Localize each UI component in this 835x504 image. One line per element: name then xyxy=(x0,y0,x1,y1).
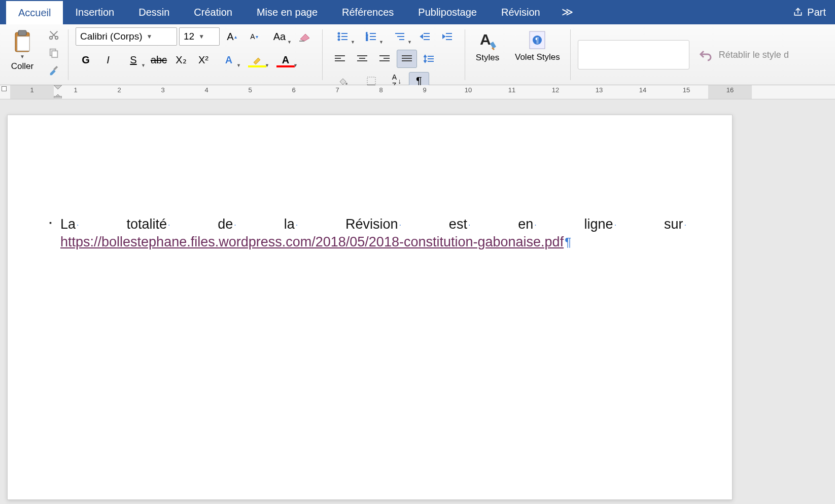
tab-revision[interactable]: Révision xyxy=(489,0,552,24)
svg-text:A: A xyxy=(480,31,491,48)
paint-bucket-icon xyxy=(338,77,348,86)
paste-button[interactable]: ▼ Coller xyxy=(7,27,38,74)
subscript-button[interactable]: X₂ xyxy=(171,51,191,69)
svg-rect-6 xyxy=(52,51,57,57)
share-icon xyxy=(793,7,803,17)
style-preview-box[interactable] xyxy=(578,40,689,69)
shrink-font-button[interactable]: A▾ xyxy=(244,27,264,46)
increase-indent-button[interactable] xyxy=(437,27,458,46)
line-spacing-icon xyxy=(424,54,435,63)
svg-point-8 xyxy=(338,33,340,34)
tab-accueil[interactable]: Accueil xyxy=(6,0,63,24)
document-line-2[interactable]: https://bollestephane.files.wordpress.co… xyxy=(60,234,686,250)
styles-pane-group: ¶ Volet Styles xyxy=(509,27,566,82)
clipboard-icon xyxy=(12,29,32,54)
text-effects-button[interactable]: A▼ xyxy=(216,51,242,69)
multilevel-list-button[interactable]: ▼ xyxy=(387,27,413,46)
styles-pane-label: Volet Styles xyxy=(515,53,560,62)
align-left-button[interactable] xyxy=(330,50,350,68)
share-button[interactable]: Part xyxy=(784,0,835,24)
tab-insertion[interactable]: Insertion xyxy=(63,0,126,24)
superscript-button[interactable]: X² xyxy=(193,51,214,69)
tab-publipostage[interactable]: Publipostage xyxy=(406,0,489,24)
tab-stop-selector[interactable] xyxy=(2,86,7,91)
ruler-num: 9 xyxy=(423,86,426,94)
scissors-icon xyxy=(48,29,59,41)
more-tabs-button[interactable]: ≫ xyxy=(552,0,582,24)
styles-pane-icon: ¶ xyxy=(527,29,548,51)
svg-rect-1 xyxy=(18,30,26,35)
align-right-icon xyxy=(379,55,390,63)
outdent-icon xyxy=(420,32,431,41)
numbering-icon: 123 xyxy=(366,32,377,41)
cut-button[interactable] xyxy=(44,27,64,42)
align-right-button[interactable] xyxy=(374,50,395,68)
ruler-num: 15 xyxy=(683,86,690,94)
styles-icon: A xyxy=(477,29,498,51)
svg-rect-7 xyxy=(53,66,58,70)
styles-button[interactable]: A Styles xyxy=(472,27,503,65)
ruler-num: 1 xyxy=(30,86,33,94)
font-color-button[interactable]: A ▼ xyxy=(272,51,299,69)
font-name-combo[interactable]: Calibri (Corps)▼ xyxy=(76,27,177,46)
change-case-button[interactable]: Aa▼ xyxy=(266,27,293,46)
word: ligne xyxy=(584,217,617,232)
svg-point-45 xyxy=(345,83,347,85)
hyperlink[interactable]: https://bollestephane.files.wordpress.co… xyxy=(60,234,564,249)
justify-button[interactable] xyxy=(397,50,417,68)
clear-formatting-button[interactable] xyxy=(295,27,315,46)
ruler-num: 11 xyxy=(508,86,515,94)
paragraph-group: ▼ 123▼ ▼ ▼ ▼ AZ↓ ¶ xyxy=(327,27,461,82)
highlight-button[interactable]: ▼ xyxy=(244,51,270,69)
bullets-button[interactable]: ▼ xyxy=(330,27,356,46)
strikethrough-button[interactable]: abc xyxy=(149,51,169,69)
ribbon: ▼ Coller Calibri (Corps)▼ 12▼ A▴ A▾ Aa▼ xyxy=(0,24,835,85)
copy-button[interactable] xyxy=(44,45,64,60)
bullets-icon xyxy=(337,32,349,41)
svg-rect-46 xyxy=(367,77,375,85)
separator xyxy=(322,29,323,80)
svg-text:3: 3 xyxy=(366,38,368,41)
ribbon-tabs: Accueil Insertion Dessin Création Mise e… xyxy=(0,0,835,24)
format-painter-button[interactable] xyxy=(44,63,64,78)
font-size-combo[interactable]: 12▼ xyxy=(179,27,220,46)
ruler-num: 5 xyxy=(248,86,252,94)
decrease-indent-button[interactable] xyxy=(415,27,435,46)
document-line-1[interactable]: La totalité de la Révision est en ligne … xyxy=(60,217,686,232)
align-left-icon xyxy=(335,55,345,63)
numbering-button[interactable]: 123▼ xyxy=(358,27,385,46)
highlighter-icon xyxy=(252,55,262,64)
svg-point-10 xyxy=(338,36,340,38)
tab-dessin[interactable]: Dessin xyxy=(126,0,182,24)
word: totalité xyxy=(126,217,170,232)
font-group: Calibri (Corps)▼ 12▼ A▴ A▾ Aa▼ G I S▼ ab… xyxy=(73,27,318,82)
italic-button[interactable]: I xyxy=(98,51,118,69)
ruler-num: 1 xyxy=(74,86,77,94)
underline-button[interactable]: S▼ xyxy=(120,51,147,69)
word: sur xyxy=(664,217,686,232)
align-center-button[interactable] xyxy=(352,50,372,68)
tab-creation[interactable]: Création xyxy=(182,0,245,24)
pilcrow-mark: ¶ xyxy=(565,235,571,249)
horizontal-ruler[interactable]: 1 1 2 3 4 5 6 7 8 9 10 11 12 13 14 15 16 xyxy=(0,85,835,99)
bold-button[interactable]: G xyxy=(76,51,96,69)
ruler-num: 2 xyxy=(117,86,121,94)
indent-icon xyxy=(442,32,453,41)
ruler-num: 7 xyxy=(335,86,339,94)
word: Révision xyxy=(345,217,401,232)
page[interactable]: La totalité de la Révision est en ligne … xyxy=(7,115,733,500)
multilevel-icon xyxy=(394,32,405,41)
tab-references[interactable]: Références xyxy=(330,0,406,24)
copy-icon xyxy=(48,47,59,58)
paste-label: Coller xyxy=(11,61,33,71)
ruler-num: 14 xyxy=(639,86,646,94)
grow-font-button[interactable]: A▴ xyxy=(222,27,242,46)
tab-mise-en-page[interactable]: Mise en page xyxy=(245,0,330,24)
ruler-num: 3 xyxy=(161,86,164,94)
line-spacing-button[interactable] xyxy=(419,50,439,68)
restore-style-label[interactable]: Rétablir le style d xyxy=(719,50,789,60)
word: la xyxy=(284,217,298,232)
word: est xyxy=(449,217,470,232)
styles-pane-button[interactable]: ¶ Volet Styles xyxy=(512,27,563,64)
document-area[interactable]: La totalité de la Révision est en ligne … xyxy=(0,99,835,504)
